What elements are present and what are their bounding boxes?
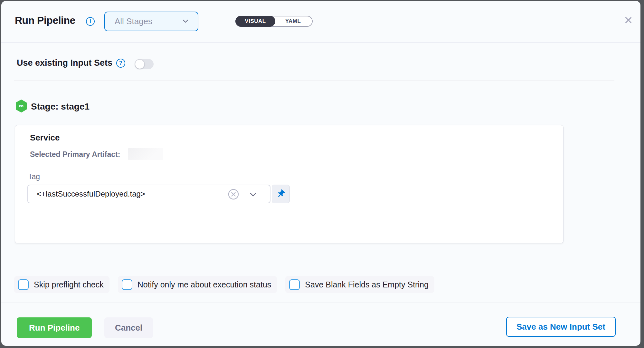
- save-as-new-input-set-button[interactable]: Save as New Input Set: [506, 317, 616, 337]
- page-title: Run Pipeline: [15, 15, 75, 26]
- header-divider: [1, 42, 640, 43]
- checkbox-label: Skip preflight check: [34, 280, 104, 289]
- service-card: Service Selected Primary Artifact: Tag: [15, 125, 564, 243]
- input-sets-toggle[interactable]: [135, 59, 154, 69]
- section-divider: [14, 81, 614, 81]
- stage-selector-value: All Stages: [115, 16, 182, 26]
- checkbox[interactable]: [18, 279, 29, 290]
- footer-divider: [1, 303, 640, 303]
- svg-text:∞: ∞: [19, 102, 24, 109]
- toggle-knob: [135, 59, 145, 69]
- service-card-title: Service: [30, 133, 60, 143]
- checkbox[interactable]: [289, 279, 300, 290]
- tag-field-label: Tag: [28, 172, 40, 181]
- cd-stage-hexagon-icon: ∞: [15, 100, 27, 112]
- selected-artifact-value-redacted: [128, 148, 163, 160]
- pushpin-icon[interactable]: [272, 185, 290, 203]
- chevron-down-icon[interactable]: [249, 191, 257, 199]
- notify-only-me-checkbox-group[interactable]: Notify only me about execution status: [118, 276, 277, 293]
- checkbox-label: Save Blank Fields as Empty String: [305, 280, 429, 289]
- tag-input-wrap: [27, 185, 270, 203]
- skip-preflight-checkbox-group[interactable]: Skip preflight check: [14, 276, 109, 293]
- stage-heading: Stage: stage1: [31, 102, 90, 112]
- info-icon[interactable]: i: [86, 17, 95, 26]
- checkbox-label: Notify only me about execution status: [137, 280, 271, 289]
- run-options-row: Skip preflight check Notify only me abou…: [14, 276, 434, 293]
- close-icon[interactable]: [622, 14, 634, 26]
- stage-selector-dropdown[interactable]: All Stages: [104, 12, 198, 31]
- run-pipeline-button[interactable]: Run Pipeline: [17, 317, 92, 338]
- visual-yaml-toggle: VISUAL YAML: [235, 16, 313, 27]
- checkbox[interactable]: [122, 279, 132, 290]
- help-circle-icon[interactable]: ?: [116, 59, 125, 68]
- cancel-button[interactable]: Cancel: [104, 317, 153, 338]
- save-blank-fields-checkbox-group[interactable]: Save Blank Fields as Empty String: [285, 276, 434, 293]
- tab-yaml[interactable]: YAML: [274, 16, 312, 26]
- chevron-down-icon: [182, 17, 189, 26]
- use-existing-input-sets-label: Use existing Input Sets: [17, 58, 112, 68]
- selected-artifact-label: Selected Primary Artifact:: [30, 150, 120, 159]
- circle-x-clear-icon[interactable]: [228, 189, 239, 201]
- tab-visual[interactable]: VISUAL: [235, 16, 275, 27]
- run-pipeline-modal: Run Pipeline i All Stages VISUAL YAML Us…: [1, 1, 640, 346]
